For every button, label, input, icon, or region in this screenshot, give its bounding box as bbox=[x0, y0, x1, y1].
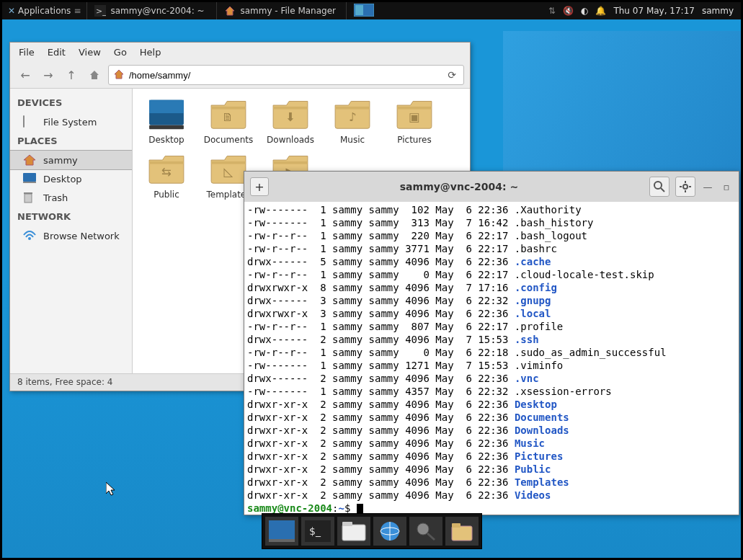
folder-pictures[interactable]: ▣Pictures bbox=[383, 96, 445, 145]
applications-menu[interactable]: ✕ Applications ≡ bbox=[2, 2, 87, 19]
file-manager-toolbar: ← → ↑ ⟳ bbox=[10, 62, 470, 89]
sidebar-section-places: PLACES bbox=[10, 131, 132, 151]
terminal-window: + sammy@vnc-2004: ~ — ▫ -rw------- 1 sam… bbox=[244, 171, 739, 515]
network-icon[interactable]: ⇅ bbox=[548, 6, 556, 16]
reload-icon[interactable]: ⟳ bbox=[445, 69, 459, 81]
settings-button[interactable] bbox=[675, 177, 695, 197]
menu-go[interactable]: Go bbox=[114, 47, 127, 58]
folder-music[interactable]: ♪Music bbox=[321, 96, 383, 145]
terminal-content[interactable]: -rw------- 1 sammy sammy 102 May 6 22:36… bbox=[244, 202, 739, 515]
up-button[interactable]: ↑ bbox=[62, 66, 81, 84]
svg-line-46 bbox=[427, 533, 435, 540]
svg-line-31 bbox=[661, 188, 664, 192]
svg-rect-24 bbox=[149, 161, 184, 164]
folder-public[interactable]: ⇆Public bbox=[135, 151, 197, 200]
svg-marker-6 bbox=[115, 70, 123, 79]
system-tray: ⇅ 🔇 ◐ 🔔 Thu 07 May, 17:17 sammy bbox=[541, 6, 741, 16]
trash-icon bbox=[23, 192, 37, 203]
svg-point-32 bbox=[683, 185, 688, 189]
home-icon bbox=[23, 154, 37, 166]
notification-icon[interactable]: 🔔 bbox=[595, 6, 606, 16]
svg-rect-4 bbox=[355, 5, 363, 15]
sidebar-section-network: NETWORK bbox=[10, 207, 132, 226]
taskbar-item-terminal[interactable]: >_ sammy@vnc-2004: ~ bbox=[87, 2, 217, 19]
folder-label: Documents bbox=[204, 135, 253, 145]
sidebar: DEVICES File System PLACES sammy Desktop bbox=[10, 89, 133, 373]
svg-text:⇆: ⇆ bbox=[161, 165, 172, 179]
volume-icon[interactable]: 🔇 bbox=[563, 6, 574, 16]
user-label[interactable]: sammy bbox=[702, 6, 734, 16]
sidebar-section-devices: DEVICES bbox=[10, 93, 132, 112]
folder-label: Desktop bbox=[148, 135, 184, 145]
svg-rect-38 bbox=[269, 539, 295, 542]
home-button[interactable] bbox=[85, 66, 104, 84]
dock-show-desktop[interactable] bbox=[265, 517, 298, 546]
svg-rect-10 bbox=[25, 194, 32, 203]
folder-downloads[interactable]: ⬇Downloads bbox=[259, 96, 321, 145]
applications-label: Applications bbox=[18, 6, 71, 16]
workspace-switcher[interactable] bbox=[347, 4, 381, 19]
dock-home[interactable] bbox=[445, 517, 479, 546]
menu-help[interactable]: Help bbox=[140, 47, 161, 58]
svg-text:$_: $_ bbox=[309, 525, 321, 537]
folder-icon: ♪ bbox=[331, 96, 374, 132]
menu-edit[interactable]: Edit bbox=[48, 47, 66, 58]
svg-rect-20 bbox=[335, 107, 370, 110]
search-button[interactable] bbox=[649, 177, 669, 197]
home-icon bbox=[113, 68, 125, 82]
new-tab-button[interactable]: + bbox=[250, 177, 269, 196]
svg-point-12 bbox=[28, 237, 31, 240]
file-manager-menubar: File Edit View Go Help bbox=[10, 43, 470, 62]
power-icon[interactable]: ◐ bbox=[581, 6, 588, 16]
forward-button[interactable]: → bbox=[39, 66, 58, 84]
minimize-button[interactable]: — bbox=[701, 182, 714, 192]
dock-terminal[interactable]: $_ bbox=[301, 517, 334, 546]
folder-documents[interactable]: 🗎Documents bbox=[197, 96, 259, 145]
svg-rect-41 bbox=[342, 525, 365, 541]
wifi-icon bbox=[23, 230, 37, 241]
sidebar-item-desktop[interactable]: Desktop bbox=[10, 169, 132, 188]
menu-file[interactable]: File bbox=[19, 47, 35, 58]
svg-marker-49 bbox=[106, 482, 115, 495]
cursor-icon bbox=[106, 482, 117, 499]
maximize-button[interactable]: ▫ bbox=[720, 182, 733, 192]
svg-marker-7 bbox=[24, 155, 35, 165]
svg-rect-14 bbox=[149, 100, 184, 113]
svg-rect-37 bbox=[269, 520, 295, 539]
dock: $_ bbox=[262, 513, 482, 549]
svg-rect-8 bbox=[23, 173, 36, 182]
terminal-title: sammy@vnc-2004: ~ bbox=[275, 181, 644, 192]
sidebar-item-trash[interactable]: Trash bbox=[10, 188, 132, 207]
disk-icon bbox=[23, 116, 37, 128]
taskbar-item-filemanager[interactable]: sammy - File Manager bbox=[217, 2, 347, 19]
address-bar[interactable]: ⟳ bbox=[108, 65, 464, 85]
svg-rect-28 bbox=[273, 161, 308, 164]
folder-label: Pictures bbox=[397, 135, 432, 145]
dock-file-manager[interactable] bbox=[337, 517, 370, 546]
folder-desktop[interactable]: Desktop bbox=[135, 96, 197, 145]
svg-rect-15 bbox=[149, 125, 184, 130]
svg-rect-42 bbox=[342, 522, 352, 526]
clock[interactable]: Thu 07 May, 17:17 bbox=[613, 6, 694, 16]
folder-label: Downloads bbox=[267, 135, 314, 145]
dock-web-browser[interactable] bbox=[373, 517, 406, 546]
menu-indicator-icon: ≡ bbox=[74, 6, 81, 16]
svg-rect-18 bbox=[273, 107, 308, 110]
folder-label: Public bbox=[154, 190, 179, 200]
folder-icon: 🗎 bbox=[207, 96, 250, 132]
sidebar-label: Desktop bbox=[43, 174, 82, 185]
svg-text:>_: >_ bbox=[96, 6, 106, 16]
folder-label: Music bbox=[340, 135, 365, 145]
sidebar-item-filesystem[interactable]: File System bbox=[10, 112, 132, 131]
back-button[interactable]: ← bbox=[16, 66, 35, 84]
dock-app-finder[interactable] bbox=[409, 517, 442, 546]
svg-rect-11 bbox=[24, 192, 32, 194]
sidebar-item-browse-network[interactable]: Browse Network bbox=[10, 226, 132, 245]
svg-text:♪: ♪ bbox=[349, 110, 357, 124]
svg-rect-48 bbox=[452, 523, 461, 528]
menu-view[interactable]: View bbox=[79, 47, 101, 58]
sidebar-item-home[interactable]: sammy bbox=[10, 150, 133, 170]
sidebar-label: Browse Network bbox=[43, 231, 120, 241]
sidebar-label: Trash bbox=[43, 192, 68, 203]
address-input[interactable] bbox=[129, 70, 440, 81]
